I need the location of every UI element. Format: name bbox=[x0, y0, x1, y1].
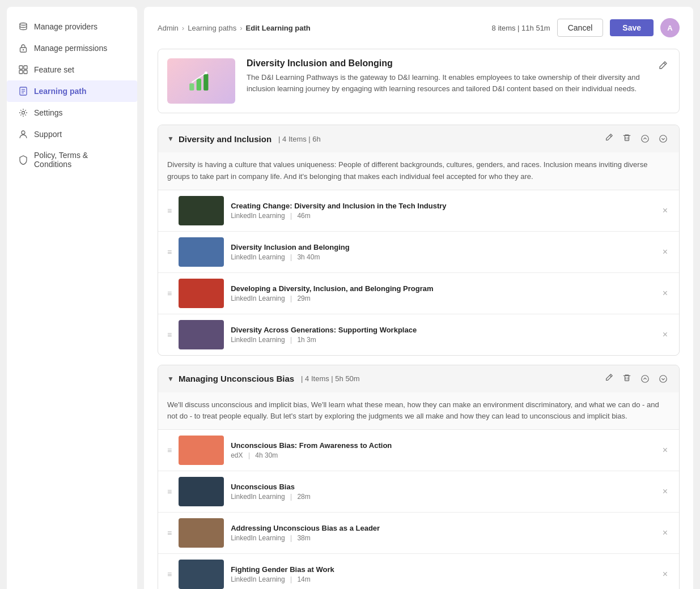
drag-handle[interactable]: ≡ bbox=[167, 570, 172, 579]
course-thumbnail bbox=[179, 560, 224, 589]
course-remove-button[interactable]: × bbox=[660, 484, 670, 499]
course-info: Developing a Diversity, Inclusion, and B… bbox=[231, 284, 653, 302]
cancel-button[interactable]: Cancel bbox=[557, 19, 604, 37]
sidebar-item-label: Policy, Terms & Conditions bbox=[34, 151, 126, 169]
breadcrumb-learning-paths[interactable]: Learning paths bbox=[188, 24, 236, 32]
course-meta: LinkedIn Learning | 29m bbox=[231, 294, 653, 302]
course-remove-button[interactable]: × bbox=[660, 567, 670, 582]
sidebar-item-manage-providers[interactable]: Manage providers bbox=[7, 16, 137, 37]
section-move-up-button[interactable] bbox=[638, 133, 652, 144]
course-provider: LinkedIn Learning bbox=[231, 212, 285, 220]
meta-separator: | bbox=[290, 212, 292, 220]
svg-line-18 bbox=[610, 135, 612, 137]
sidebar-item-learning-path[interactable]: Learning path bbox=[7, 80, 137, 102]
course-remove-button[interactable]: × bbox=[660, 526, 670, 540]
meta-separator: | bbox=[290, 253, 292, 261]
sidebar-item-policy[interactable]: Policy, Terms & Conditions bbox=[7, 145, 137, 174]
course-title: Fighting Gender Bias at Work bbox=[231, 565, 653, 574]
sidebar-item-support[interactable]: Support bbox=[7, 123, 137, 145]
course-info: Addressing Unconscious Bias as a Leader … bbox=[231, 524, 653, 542]
svg-rect-15 bbox=[203, 74, 208, 91]
lp-thumbnail bbox=[167, 58, 235, 104]
course-meta: LinkedIn Learning | 14m bbox=[231, 575, 653, 583]
course-remove-button[interactable]: × bbox=[660, 327, 670, 342]
meta-separator: | bbox=[290, 534, 292, 542]
meta-separator: | bbox=[248, 451, 250, 459]
meta-separator: | bbox=[290, 336, 292, 344]
breadcrumb-admin[interactable]: Admin bbox=[158, 24, 179, 32]
course-remove-button[interactable]: × bbox=[660, 443, 670, 458]
meta-separator: | bbox=[290, 575, 292, 583]
drag-handle[interactable]: ≡ bbox=[167, 330, 172, 339]
course-provider: LinkedIn Learning bbox=[231, 493, 285, 501]
course-remove-button[interactable]: × bbox=[660, 245, 670, 259]
course-info: Diversity Inclusion and Belonging Linked… bbox=[231, 243, 653, 261]
svg-rect-25 bbox=[625, 375, 629, 381]
section-delete-button[interactable] bbox=[620, 372, 634, 386]
course-provider: LinkedIn Learning bbox=[231, 294, 285, 302]
items-info: 8 items | 11h 51m bbox=[492, 24, 550, 32]
sidebar-item-manage-permissions[interactable]: Manage permissions bbox=[7, 37, 137, 59]
section-description: Diversity is having a culture that value… bbox=[158, 152, 679, 190]
course-item: ≡ Unconscious Bias: From Awareness to Ac… bbox=[158, 430, 679, 471]
course-meta: LinkedIn Learning | 3h 40m bbox=[231, 253, 653, 261]
course-duration: 46m bbox=[297, 212, 310, 220]
drag-handle[interactable]: ≡ bbox=[167, 289, 172, 298]
breadcrumb-sep-1: › bbox=[182, 24, 184, 32]
main-content: Admin › Learning paths › Edit Learning p… bbox=[144, 7, 693, 589]
svg-rect-3 bbox=[19, 66, 23, 69]
course-provider: LinkedIn Learning bbox=[231, 534, 285, 542]
drag-handle[interactable]: ≡ bbox=[167, 446, 172, 455]
section-meta: | 4 Items | 5h 50m bbox=[301, 374, 360, 383]
course-remove-button[interactable]: × bbox=[660, 286, 670, 301]
course-duration: 28m bbox=[297, 493, 310, 501]
svg-rect-4 bbox=[24, 66, 27, 69]
section-title: Managing Unconscious Bias bbox=[179, 374, 294, 383]
drag-handle[interactable]: ≡ bbox=[167, 487, 172, 496]
svg-rect-14 bbox=[197, 79, 201, 91]
course-item: ≡ Unconscious Bias LinkedIn Learning | 2… bbox=[158, 471, 679, 513]
section-edit-button[interactable] bbox=[602, 132, 616, 146]
svg-point-0 bbox=[20, 23, 27, 25]
drag-handle[interactable]: ≡ bbox=[167, 247, 172, 257]
section-edit-button[interactable] bbox=[602, 372, 616, 386]
course-item: ≡ Diversity Across Generations: Supporti… bbox=[158, 314, 679, 355]
course-title: Addressing Unconscious Bias as a Leader bbox=[231, 524, 653, 532]
sidebar-item-label: Settings bbox=[34, 108, 63, 117]
shield-icon bbox=[18, 155, 28, 165]
save-button[interactable]: Save bbox=[610, 19, 654, 36]
sidebar: Manage providers Manage permissions bbox=[7, 7, 137, 589]
svg-rect-6 bbox=[24, 70, 27, 74]
svg-point-2 bbox=[23, 49, 24, 50]
course-duration: 29m bbox=[297, 294, 310, 302]
course-info: Unconscious Bias LinkedIn Learning | 28m bbox=[231, 483, 653, 501]
course-remove-button[interactable]: × bbox=[660, 203, 670, 218]
course-provider: LinkedIn Learning bbox=[231, 575, 285, 583]
drag-handle[interactable]: ≡ bbox=[167, 206, 172, 215]
sidebar-item-settings[interactable]: Settings bbox=[7, 102, 137, 123]
course-duration: 4h 30m bbox=[255, 451, 278, 459]
section-move-down-button[interactable] bbox=[656, 133, 670, 144]
section-toggle[interactable]: ▼ bbox=[167, 375, 174, 383]
svg-line-17 bbox=[664, 63, 665, 65]
lp-edit-button[interactable] bbox=[655, 58, 670, 75]
section-delete-button[interactable] bbox=[620, 132, 634, 146]
section-1: ▼ Diversity and Inclusion | 4 Items | 6h bbox=[158, 125, 680, 356]
lp-title: Diversity Inclusion and Belonging bbox=[247, 58, 644, 69]
avatar: A bbox=[660, 18, 680, 37]
course-thumbnail bbox=[179, 279, 224, 308]
section-move-up-button[interactable] bbox=[638, 373, 652, 385]
section-actions bbox=[602, 372, 670, 386]
section-toggle[interactable]: ▼ bbox=[167, 135, 174, 143]
course-info: Unconscious Bias: From Awareness to Acti… bbox=[231, 441, 653, 459]
course-item: ≡ Diversity Inclusion and Belonging Link… bbox=[158, 232, 679, 273]
svg-point-23 bbox=[660, 135, 667, 142]
drag-handle[interactable]: ≡ bbox=[167, 528, 172, 537]
sidebar-item-label: Manage permissions bbox=[34, 44, 107, 53]
sidebar-item-feature-set[interactable]: Feature set bbox=[7, 59, 137, 80]
sidebar-item-label: Manage providers bbox=[34, 22, 97, 31]
course-info: Fighting Gender Bias at Work LinkedIn Le… bbox=[231, 565, 653, 583]
course-provider: LinkedIn Learning bbox=[231, 336, 285, 344]
section-actions bbox=[602, 132, 670, 146]
section-move-down-button[interactable] bbox=[656, 373, 670, 385]
